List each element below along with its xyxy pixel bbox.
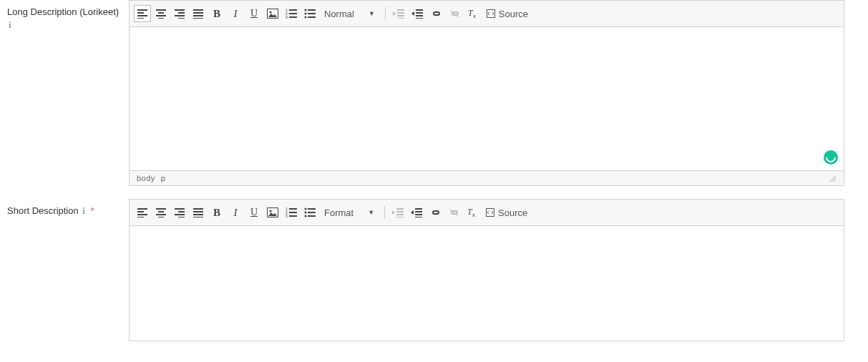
bold-button[interactable]: B [208, 5, 225, 22]
editor-content[interactable] [130, 226, 844, 341]
numbered-list-button[interactable]: 123 [283, 5, 300, 22]
bullet-list-button[interactable] [301, 5, 318, 22]
svg-point-18 [305, 215, 307, 217]
info-icon[interactable]: i [9, 19, 11, 31]
italic-button[interactable]: I [227, 5, 244, 22]
separator [384, 206, 385, 219]
svg-point-7 [305, 16, 307, 19]
underline-button[interactable]: U [245, 5, 263, 22]
align-center-button[interactable] [152, 204, 170, 221]
resize-handle[interactable] [828, 174, 837, 182]
element-path[interactable]: bodyp [137, 174, 171, 182]
long-description-label: Long Description (Lorikeet) i [7, 0, 129, 186]
align-left-button[interactable] [134, 5, 151, 22]
source-icon [485, 207, 495, 217]
svg-point-17 [305, 212, 307, 214]
svg-point-16 [305, 208, 307, 210]
italic-button[interactable]: I [227, 204, 244, 221]
svg-text:3: 3 [286, 15, 288, 19]
remove-format-button[interactable]: Tx [464, 204, 481, 221]
svg-point-1 [270, 11, 272, 14]
outdent-button[interactable] [389, 204, 406, 221]
format-select[interactable]: Format ▼ [324, 207, 374, 218]
source-icon [486, 9, 496, 19]
svg-text:x: x [472, 212, 475, 218]
toolbar: B I U 123 Normal ▼ [130, 1, 844, 27]
remove-format-button[interactable]: Tx [464, 5, 482, 22]
align-left-button[interactable] [134, 204, 151, 221]
editor-content[interactable] [130, 27, 844, 170]
unlink-button[interactable] [446, 5, 463, 22]
required-asterisk: * [91, 205, 94, 216]
short-description-label: Short Description i * [7, 199, 129, 341]
long-description-editor: B I U 123 Normal ▼ [129, 0, 844, 186]
link-button[interactable] [427, 5, 444, 22]
status-bar: bodyp [130, 170, 844, 185]
align-justify-button[interactable] [190, 5, 207, 22]
bullet-list-button[interactable] [301, 204, 318, 221]
underline-button[interactable]: U [245, 204, 263, 221]
bold-button[interactable]: B [208, 204, 225, 221]
svg-text:x: x [473, 13, 476, 19]
image-button[interactable] [264, 204, 281, 221]
short-description-editor: B I U 123 Format ▼ [129, 199, 844, 341]
numbered-list-button[interactable]: 123 [283, 204, 300, 221]
svg-text:3: 3 [286, 214, 288, 217]
source-button[interactable]: Source [483, 5, 531, 22]
info-icon[interactable]: i [82, 205, 85, 217]
grammarly-icon[interactable] [824, 150, 838, 165]
image-button[interactable] [264, 5, 281, 22]
align-right-button[interactable] [171, 204, 188, 221]
indent-button[interactable] [408, 204, 425, 221]
outdent-button[interactable] [390, 5, 407, 22]
svg-point-12 [270, 210, 272, 212]
format-select[interactable]: Normal ▼ [324, 9, 375, 19]
align-justify-button[interactable] [190, 204, 207, 221]
indent-button[interactable] [409, 5, 426, 22]
link-button[interactable] [426, 204, 444, 221]
align-center-button[interactable] [152, 5, 170, 22]
chevron-down-icon: ▼ [368, 209, 374, 216]
separator [385, 7, 386, 20]
svg-point-5 [305, 9, 307, 11]
align-right-button[interactable] [171, 5, 188, 22]
unlink-button[interactable] [445, 204, 462, 221]
source-button[interactable]: Source [482, 204, 530, 221]
toolbar: B I U 123 Format ▼ [130, 200, 844, 226]
svg-point-6 [305, 13, 307, 15]
chevron-down-icon: ▼ [369, 10, 375, 17]
